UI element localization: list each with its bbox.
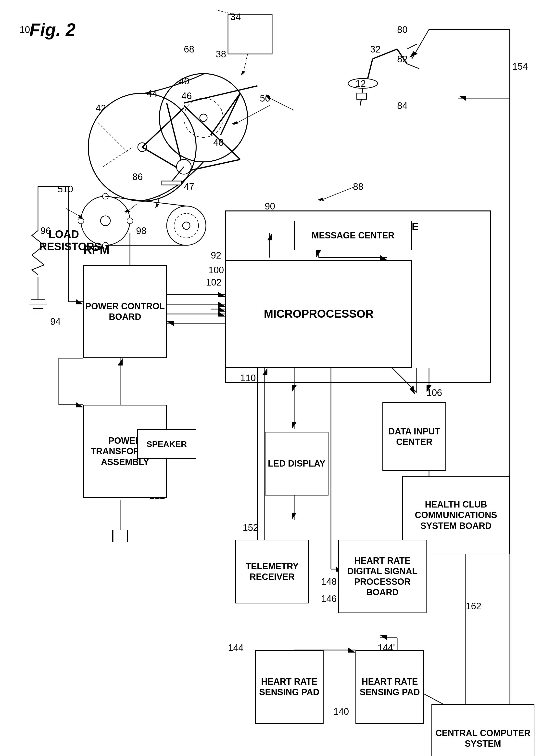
svg-line-103 bbox=[105, 196, 186, 206]
svg-point-97 bbox=[127, 218, 133, 224]
svg-line-33 bbox=[407, 44, 417, 49]
svg-point-101 bbox=[183, 222, 190, 229]
svg-point-28 bbox=[176, 159, 191, 174]
svg-line-31 bbox=[233, 106, 270, 125]
ref-152: 152 bbox=[243, 522, 258, 533]
ref-68: 68 bbox=[184, 44, 194, 55]
ref-50: 50 bbox=[260, 93, 270, 104]
ref-84: 84 bbox=[397, 101, 408, 111]
svg-line-12 bbox=[184, 86, 257, 103]
ref-82: 82 bbox=[397, 54, 408, 65]
data-input-center-block: DATA INPUT CENTER bbox=[382, 402, 446, 471]
heart-rate-pad-1-block: HEART RATE SENSING PAD bbox=[255, 650, 324, 724]
svg-point-9 bbox=[200, 114, 207, 121]
message-center-block: MESSAGE CENTER bbox=[294, 221, 412, 250]
ref-42: 42 bbox=[96, 103, 106, 114]
ref-47: 47 bbox=[184, 182, 194, 192]
ref-32: 32 bbox=[370, 44, 380, 55]
svg-line-34 bbox=[407, 64, 419, 69]
svg-rect-30 bbox=[162, 181, 181, 185]
svg-line-18 bbox=[211, 93, 240, 135]
ref-146: 146 bbox=[321, 594, 337, 604]
ref-140: 140 bbox=[333, 707, 349, 717]
ref-154: 154 bbox=[512, 61, 528, 72]
svg-line-99 bbox=[66, 208, 83, 218]
ref-92: 92 bbox=[211, 250, 221, 261]
ref-110: 110 bbox=[240, 373, 256, 384]
ref-106: 106 bbox=[427, 388, 442, 398]
ref-34: 34 bbox=[230, 12, 241, 22]
figure-label: Fig. 2 bbox=[30, 19, 76, 40]
load-resistors-label: LOAD RESISTORS bbox=[39, 228, 88, 253]
svg-line-64 bbox=[392, 368, 417, 393]
page: Fig. 2 10 34 68 38 40 44 46 48 50 80 82 … bbox=[0, 0, 555, 756]
svg-line-23 bbox=[360, 88, 363, 106]
power-control-board-block: POWER CONTROL BOARD bbox=[83, 265, 167, 358]
ref-94: 94 bbox=[50, 316, 60, 327]
ref-100: 100 bbox=[208, 265, 224, 275]
svg-line-11 bbox=[167, 103, 184, 172]
ref-38: 38 bbox=[216, 49, 226, 59]
microprocessor-block: MICROPROCESSOR bbox=[225, 260, 412, 368]
ref-40: 40 bbox=[179, 76, 189, 87]
svg-line-38 bbox=[412, 30, 429, 59]
ref-48: 48 bbox=[213, 137, 223, 148]
ref-12: 12 bbox=[355, 79, 366, 89]
svg-line-14 bbox=[184, 159, 240, 172]
svg-line-15 bbox=[142, 108, 184, 147]
ref-86: 86 bbox=[132, 172, 143, 182]
svg-line-27 bbox=[368, 59, 373, 79]
ref-80: 80 bbox=[397, 25, 408, 35]
ref-148: 148 bbox=[321, 576, 337, 587]
svg-point-96 bbox=[78, 218, 84, 224]
svg-line-29 bbox=[172, 167, 184, 182]
svg-line-13 bbox=[184, 106, 240, 159]
central-computer-system-block: CENTRAL COMPUTER SYSTEM bbox=[431, 704, 535, 756]
ref-102: 102 bbox=[206, 277, 221, 288]
speaker-block: SPEAKER bbox=[137, 429, 196, 459]
svg-point-92 bbox=[81, 196, 130, 245]
ref-510: 510 bbox=[57, 184, 73, 195]
ref-10: 10 bbox=[19, 25, 30, 35]
svg-line-105 bbox=[157, 196, 159, 208]
svg-line-98 bbox=[125, 204, 137, 213]
svg-line-16 bbox=[142, 147, 184, 172]
svg-line-20 bbox=[243, 54, 248, 76]
svg-point-102 bbox=[174, 213, 199, 238]
svg-point-10 bbox=[184, 98, 223, 137]
svg-rect-24 bbox=[357, 93, 367, 100]
ref-90: 90 bbox=[265, 201, 275, 212]
svg-point-8 bbox=[159, 74, 248, 162]
svg-point-93 bbox=[100, 216, 110, 226]
telemetry-receiver-block: TELEMETRY RECEIVER bbox=[235, 540, 309, 603]
svg-point-100 bbox=[167, 206, 206, 245]
ref-144: 144 bbox=[228, 643, 244, 653]
svg-line-17 bbox=[221, 93, 240, 135]
ref-46: 46 bbox=[181, 91, 192, 101]
svg-line-35 bbox=[319, 187, 355, 201]
ref-98: 98 bbox=[136, 226, 146, 236]
heart-rate-dsp-block: HEART RATE DIGITAL SIGNAL PROCESSOR BOAR… bbox=[338, 540, 427, 613]
svg-point-94 bbox=[102, 193, 109, 199]
heart-rate-pad-2-block: HEART RATE SENSING PAD bbox=[355, 650, 424, 724]
ref-88: 88 bbox=[353, 182, 363, 192]
ref-162: 162 bbox=[466, 601, 481, 611]
ref-44: 44 bbox=[147, 88, 157, 99]
led-display-block: LED DISPLAY bbox=[265, 432, 329, 495]
svg-point-7 bbox=[138, 143, 146, 152]
